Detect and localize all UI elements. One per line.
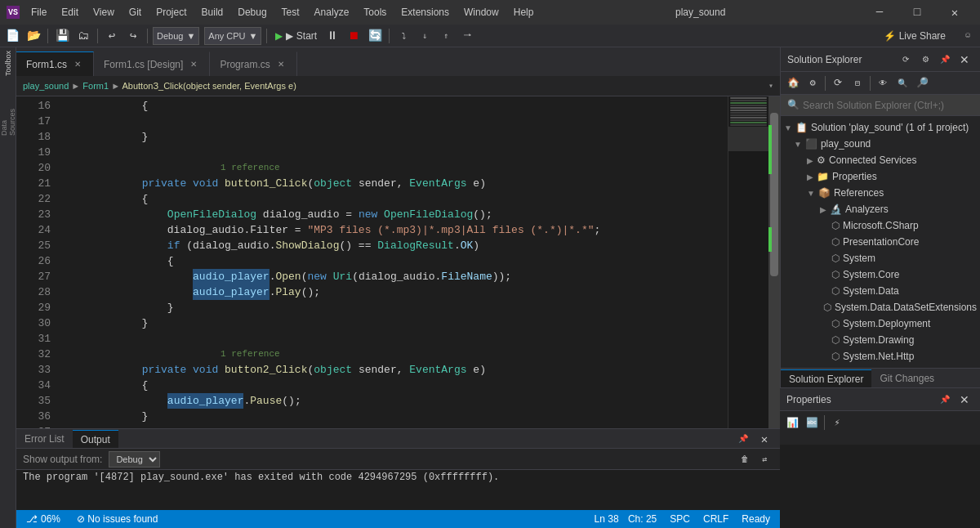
tab-output[interactable]: Output (73, 430, 118, 448)
menu-git[interactable]: Git (122, 5, 148, 20)
system-dataset-item[interactable]: ⬡ System.Data.DataSetExtensions (781, 299, 980, 315)
solution-search-input[interactable] (803, 100, 973, 111)
menu-debug[interactable]: Debug (231, 5, 273, 20)
maximize-button[interactable]: □ (898, 0, 936, 25)
step-over-btn[interactable]: ⤵ (394, 27, 412, 45)
output-panel-pin[interactable]: 📌 (734, 430, 752, 448)
ln-17: 17 (16, 114, 51, 129)
editor-scrollbar[interactable] (768, 96, 780, 428)
status-no-issues[interactable]: ⊘ No issues found (74, 513, 161, 525)
sol-toolbar-collapse[interactable]: ⊟ (849, 74, 866, 92)
breadcrumb-part2[interactable]: Form1 (82, 81, 109, 91)
project-item[interactable]: ▼ ⬛ play_sound (781, 136, 980, 152)
system-drawing-item[interactable]: ⬡ System.Drawing (781, 332, 980, 348)
menu-extensions[interactable]: Extensions (394, 5, 456, 20)
menu-build[interactable]: Build (195, 5, 230, 20)
output-clear-btn[interactable]: 🗑 (736, 450, 754, 468)
props-close-btn[interactable]: ✕ (956, 391, 973, 409)
menu-test[interactable]: Test (275, 5, 306, 20)
start-button[interactable]: ▶ ▶ Start (275, 30, 317, 42)
breadcrumb-part1[interactable]: play_sound (23, 81, 69, 91)
step-out-btn[interactable]: ⇑ (437, 27, 455, 45)
system-core-item[interactable]: ⬡ System.Core (781, 266, 980, 283)
minimap-line (730, 100, 767, 101)
debug-config-dropdown[interactable]: Debug ▼ (153, 27, 199, 45)
live-share-button[interactable]: ⚡ Live Share (877, 29, 952, 43)
stop-btn[interactable]: ⏹ (345, 27, 363, 45)
pause-btn[interactable]: ⏸ (323, 27, 341, 45)
tab-form1design[interactable]: Form1.cs [Design] ✕ (94, 51, 210, 76)
analyzers-item[interactable]: ▶ 🔬 Analyzers (781, 201, 980, 217)
menu-project[interactable]: Project (149, 5, 193, 20)
undo-btn[interactable]: ↩ (103, 27, 121, 45)
sol-sync-btn[interactable]: ⟳ (897, 51, 915, 69)
tab-programcs[interactable]: Program.cs ✕ (210, 51, 296, 76)
code-content[interactable]: { } 1 reference private void (57, 96, 728, 428)
output-panel-close[interactable]: ✕ (755, 430, 773, 448)
system-data-item[interactable]: ⬡ System.Data (781, 283, 980, 299)
breadcrumb-dropdown[interactable]: ▾ (768, 81, 773, 91)
feedback-btn[interactable]: ☺ (959, 27, 977, 45)
microsoft-csharp-item[interactable]: ⬡ Microsoft.CSharp (781, 217, 980, 234)
system-item[interactable]: ⬡ System (781, 250, 980, 266)
menu-analyze[interactable]: Analyze (308, 5, 356, 20)
breadcrumb-part3[interactable]: AbuttonЗ_Click(object sender, EventArgs … (122, 81, 296, 91)
sol-toolbar-settings2[interactable]: ⚙ (804, 74, 822, 92)
app-icon: VS (7, 6, 20, 19)
sol-search[interactable]: 🔎 (913, 74, 931, 92)
menu-edit[interactable]: Edit (55, 5, 85, 20)
tab-form1cs[interactable]: Form1.cs ✕ (16, 51, 94, 76)
tab-git-changes[interactable]: Git Changes (871, 369, 942, 387)
solution-explorer-header: Solution Explorer ⟳ ⚙ 📌 ✕ (781, 47, 980, 72)
output-source-select[interactable]: Debug (109, 451, 160, 468)
sol-toolbar-home[interactable]: 🏠 (784, 74, 802, 92)
solution-root-item[interactable]: ▼ 📋 Solution 'play_sound' (1 of 1 projec… (781, 119, 980, 136)
sol-settings-btn[interactable]: ⚙ (916, 51, 934, 69)
menu-help[interactable]: Help (507, 5, 541, 20)
props-pin-btn[interactable]: 📌 (936, 391, 954, 409)
close-button[interactable]: ✕ (936, 0, 973, 25)
menu-tools[interactable]: Tools (357, 5, 393, 20)
output-wrap-btn[interactable]: ⇄ (755, 450, 773, 468)
status-ln-ch[interactable]: Ln 38 Ch: 25 (591, 513, 661, 525)
save-all-btn[interactable]: 🗂 (74, 27, 92, 45)
status-branch[interactable]: ⎇ 06% (23, 513, 64, 525)
menu-view[interactable]: View (87, 5, 121, 20)
tab-error-list[interactable]: Error List (16, 430, 73, 448)
status-spc[interactable]: SPC (666, 513, 693, 525)
restart-btn[interactable]: 🔄 (366, 27, 384, 45)
redo-btn[interactable]: ↪ (124, 27, 142, 45)
system-deployment-item[interactable]: ⬡ System.Deployment (781, 315, 980, 332)
tab-solution-explorer[interactable]: Solution Explorer (781, 369, 871, 387)
props-event-btn[interactable]: ⚡ (828, 414, 846, 432)
new-project-btn[interactable]: 📄 (3, 27, 21, 45)
sol-pin-btn[interactable]: 📌 (936, 51, 954, 69)
sol-filter[interactable]: 🔍 (893, 74, 911, 92)
sol-close-btn[interactable]: ✕ (956, 51, 973, 69)
step-into-btn[interactable]: ⇓ (416, 27, 434, 45)
sidebar-datasource[interactable]: Data Sources (2, 110, 15, 134)
show-next-btn[interactable]: ⭢ (458, 27, 476, 45)
system-nethttp-item[interactable]: ⬡ System.Net.Http (781, 348, 980, 365)
tab-form1cs-close[interactable]: ✕ (72, 59, 83, 70)
menu-window[interactable]: Window (457, 5, 506, 20)
minimize-button[interactable]: ─ (861, 0, 898, 25)
ln-30: 30 (16, 315, 51, 331)
props-alpha-btn[interactable]: 🔤 (803, 414, 821, 432)
connected-services-item[interactable]: ▶ ⚙ Connected Services (781, 152, 980, 168)
props-cat-btn[interactable]: 📊 (783, 414, 801, 432)
status-crlf[interactable]: CRLF (700, 513, 732, 525)
sol-toolbar-refresh[interactable]: ⟳ (829, 74, 847, 92)
properties-item[interactable]: ▶ 📁 Properties (781, 168, 980, 185)
references-item[interactable]: ▼ 📦 References (781, 185, 980, 201)
tab-programcs-close[interactable]: ✕ (275, 59, 287, 70)
platform-dropdown[interactable]: Any CPU ▼ (204, 27, 261, 45)
open-btn[interactable]: 📂 (24, 27, 42, 45)
sol-show-all[interactable]: 👁 (874, 74, 892, 92)
save-btn[interactable]: 💾 (53, 27, 71, 45)
menu-file[interactable]: File (24, 5, 53, 20)
sidebar-toolbox[interactable]: Toolbox (2, 51, 15, 75)
ln-34: 34 (16, 378, 51, 393)
tab-form1design-close[interactable]: ✕ (188, 59, 199, 70)
presentationcore-item[interactable]: ⬡ PresentationCore (781, 234, 980, 250)
